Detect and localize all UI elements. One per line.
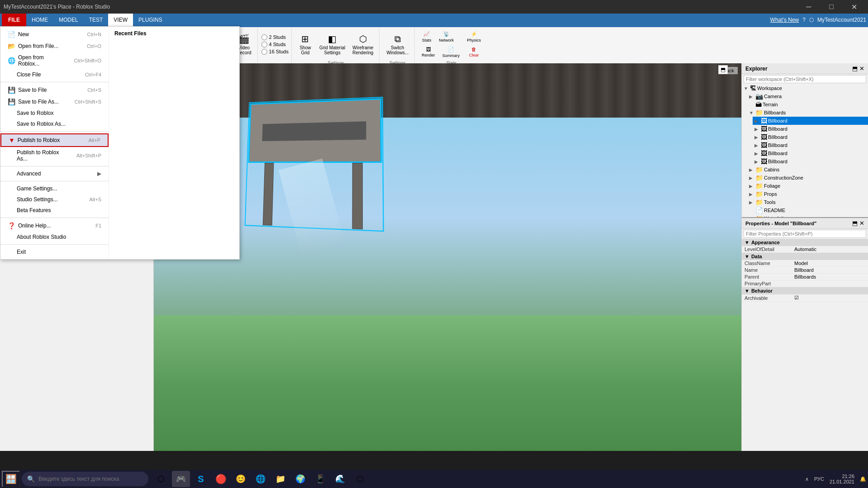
- summary-button[interactable]: 📄 Summary: [439, 45, 463, 59]
- filter-properties-input[interactable]: [744, 230, 866, 238]
- grid-4-studs[interactable]: 4 Studs: [261, 42, 289, 47]
- menu-model[interactable]: MODEL: [53, 14, 84, 26]
- fm-open-file[interactable]: 📂Open from File... Ctrl+O: [0, 40, 109, 52]
- explorer-close-button[interactable]: ✕: [859, 65, 864, 72]
- tree-tools[interactable]: ▶ 📁 Tools: [747, 198, 868, 206]
- levelofdetail-value[interactable]: Automatic: [794, 246, 865, 252]
- clear-button[interactable]: 🗑 Clear: [464, 45, 484, 59]
- fm-save-file-as[interactable]: 💾Save to File As... Ctrl+Shift+S: [0, 96, 109, 108]
- tree-billboard-1[interactable]: ▶ 🖼 Billboard: [753, 117, 868, 125]
- tree-readme[interactable]: 📄 README: [747, 206, 868, 214]
- taskbar-wave[interactable]: 🌊: [331, 471, 349, 487]
- fm-about[interactable]: About Roblox Studio: [0, 232, 109, 242]
- workspace-expand-icon: ▼: [744, 86, 749, 91]
- grid-2-studs[interactable]: 2 Studs: [261, 34, 289, 40]
- fm-beta-features[interactable]: Beta Features: [0, 205, 109, 216]
- properties-expand-button[interactable]: ⬒: [852, 220, 858, 227]
- taskbar-task-view[interactable]: ⬡: [152, 471, 170, 487]
- taskbar-search-box[interactable]: 🔍: [22, 472, 148, 486]
- physics-button[interactable]: ⚡ Physics: [464, 29, 484, 44]
- cabins-icon: 📁: [755, 166, 763, 173]
- tree-billboard-6[interactable]: ▶ 🖼 Billboard: [753, 157, 868, 166]
- tree-terrain[interactable]: 🏔 Terrain: [747, 100, 868, 109]
- taskbar-notification-icon[interactable]: 🔔: [860, 476, 866, 482]
- network-button[interactable]: 📡 Network: [436, 29, 457, 44]
- filter-workspace-input[interactable]: [744, 75, 866, 83]
- maximize-button[interactable]: □: [821, 0, 842, 14]
- fm-exit[interactable]: Exit: [0, 246, 109, 257]
- fm-close-file[interactable]: Close File Ctrl+F4: [0, 69, 109, 80]
- fm-studio-settings[interactable]: Studio Settings... Alt+S: [0, 194, 109, 205]
- share-icon[interactable]: ⬡: [809, 17, 814, 23]
- fm-game-settings[interactable]: Game Settings...: [0, 183, 109, 194]
- properties-close-button[interactable]: ✕: [859, 220, 864, 227]
- file-menu-button[interactable]: FILE: [2, 14, 26, 26]
- viewport-maximize[interactable]: ⬒: [718, 65, 728, 74]
- show-grid-icon: ⊞: [301, 33, 309, 44]
- grid-material-button[interactable]: ◧ Grid MaterialSettings: [316, 29, 348, 60]
- close-button[interactable]: ✕: [844, 0, 864, 14]
- roof-structure: [154, 63, 741, 118]
- help-icon[interactable]: ?: [802, 17, 806, 23]
- grid-16-studs[interactable]: 16 Studs: [261, 49, 289, 55]
- whats-new-link[interactable]: What's New: [770, 17, 799, 23]
- billboard2-icon: 🖼: [761, 125, 767, 133]
- taskbar-chevron-up-icon[interactable]: ∧: [805, 476, 809, 482]
- fm-publish-as[interactable]: Publish to Roblox As... Alt+Shift+P: [0, 147, 109, 164]
- prop-section-data[interactable]: ▼ Data: [742, 253, 868, 260]
- minimize-button[interactable]: ─: [798, 0, 819, 14]
- show-grid-button[interactable]: ⊞ ShowGrid: [295, 29, 315, 60]
- wireframe-icon: ⬡: [359, 33, 367, 44]
- wireframe-button[interactable]: ⬡ WireframeRendering: [349, 29, 376, 60]
- fm-publish[interactable]: ▼Publish to Roblox Alt+P: [0, 133, 109, 147]
- menu-home[interactable]: HOME: [26, 14, 53, 26]
- menu-plugins[interactable]: PLUGINS: [133, 14, 168, 26]
- tree-camera[interactable]: ▶ 📷 Camera: [747, 92, 868, 100]
- tree-cabins[interactable]: ▶ 📁 Cabins: [747, 166, 868, 174]
- tree-foliage[interactable]: ▶ 📁 Foliage: [747, 182, 868, 190]
- fm-save-file[interactable]: 💾Save to File Ctrl+S: [0, 84, 109, 96]
- fm-save-roblox-as[interactable]: Save to Roblox As...: [0, 118, 109, 129]
- taskbar-search-input[interactable]: [38, 476, 129, 482]
- taskbar-blue[interactable]: ⬡: [351, 471, 369, 487]
- viewport[interactable]: Back ⬒: [154, 63, 741, 451]
- stats-button[interactable]: 📈 Stats: [418, 29, 435, 44]
- taskbar-start-button[interactable]: 🪟: [2, 471, 20, 487]
- fm-open-roblox[interactable]: 🌐Open from Roblox... Ctrl+Shift+O: [0, 52, 109, 69]
- fm-save-roblox[interactable]: Save to Roblox: [0, 108, 109, 118]
- taskbar-chrome[interactable]: 🌍: [291, 471, 309, 487]
- fm-advanced[interactable]: Advanced ▶: [0, 168, 109, 179]
- billboard4-label: Billboard: [768, 142, 787, 148]
- taskbar-roblox-studio[interactable]: 🎮: [172, 471, 190, 487]
- tree-workspace[interactable]: ▼ 🏗 Workspace: [742, 84, 868, 92]
- fm-online-help[interactable]: ❓Online Help... F1: [0, 220, 109, 232]
- taskbar-emoji[interactable]: 😊: [232, 471, 250, 487]
- tree-billboards[interactable]: ▼ 📁 Billboards: [747, 109, 868, 117]
- prop-section-appearance[interactable]: ▼ Appearance: [742, 239, 868, 246]
- switch-windows-button[interactable]: ⧉ SwitchWindows...: [383, 29, 412, 60]
- tree-billboard-4[interactable]: ▶ 🖼 Billboard: [753, 141, 868, 149]
- menu-test[interactable]: TEST: [84, 14, 109, 26]
- tree-billboard-5[interactable]: ▶ 🖼 Billboard: [753, 149, 868, 157]
- tree-billboard-2[interactable]: ▶ 🖼 Billboard: [753, 125, 868, 133]
- tree-construction[interactable]: ▶ 📁 ConstructionZone: [747, 174, 868, 182]
- taskbar-lang: РУС: [814, 476, 824, 482]
- render-button[interactable]: 🖼 Render: [418, 45, 438, 59]
- menu-view[interactable]: VIEW: [108, 14, 133, 26]
- taskbar-browser[interactable]: 🌐: [251, 471, 270, 487]
- taskbar-skype[interactable]: S: [192, 471, 210, 487]
- archivable-value[interactable]: ☑: [794, 295, 865, 301]
- taskbar-files[interactable]: 📁: [271, 471, 289, 487]
- billboard2-expand-icon: ▶: [754, 127, 760, 132]
- app-title: MyTestAccount2021's Place - Roblox Studi…: [4, 4, 110, 10]
- explorer-expand-button[interactable]: ⬒: [852, 65, 858, 72]
- prop-section-behavior[interactable]: ▼ Behavior: [742, 287, 868, 294]
- tree-billboard-3[interactable]: ▶ 🖼 Billboard: [753, 133, 868, 141]
- tree-props[interactable]: ▶ 📁 Props: [747, 190, 868, 198]
- taskbar-phone[interactable]: 📱: [311, 471, 329, 487]
- taskbar-opera[interactable]: 🔴: [212, 471, 230, 487]
- fm-new[interactable]: 📄New Ctrl+N: [0, 28, 109, 40]
- billboard4-expand-icon: ▶: [754, 143, 760, 148]
- name-prop-value[interactable]: Billboard: [794, 267, 865, 273]
- open-roblox-icon: 🌐: [8, 57, 15, 64]
